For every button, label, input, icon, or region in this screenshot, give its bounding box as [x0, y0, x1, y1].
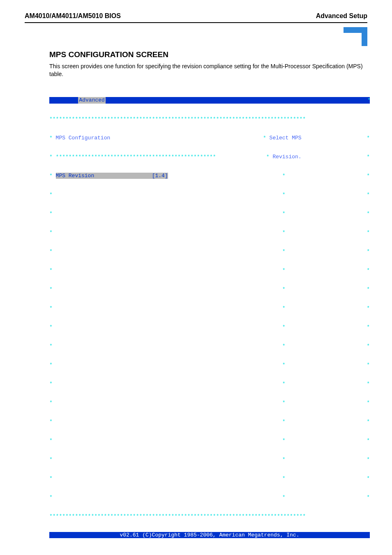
header-left: AM4010/AM4011/AM5010 BIOS [25, 12, 121, 20]
bios-border-bottom: ****************************************… [49, 513, 370, 519]
bios-key-general-help-key: F1 [288, 419, 295, 425]
bios-key-exit-key: ESC [288, 456, 298, 462]
bios-item-mps-revision-value[interactable]: [1.4] [152, 173, 168, 179]
bios-screenshot: Advanced * *****************************… [49, 85, 370, 551]
bios-key-select-item-key: ** [288, 381, 295, 387]
bios-key-select-item: Select Item [304, 381, 340, 387]
bios-key-general-help: General Help [304, 419, 343, 425]
header-right: Advanced Setup [316, 12, 367, 20]
bios-tab-left-pad [49, 97, 78, 103]
svg-rect-0 [344, 27, 362, 33]
bios-panel-title: MPS Configuration [56, 135, 111, 141]
bios-key-save-exit-key: F10 [288, 437, 298, 444]
bios-help-line-1: Revision. [272, 154, 301, 160]
bios-help-line-0: Select MPS [270, 135, 302, 141]
corner-logo-icon [25, 27, 367, 46]
bios-tab-end: * [367, 97, 370, 103]
bios-key-exit: Exit [304, 456, 317, 462]
bios-copyright: v02.61 (C)Copyright 1985-2006, American … [49, 532, 370, 538]
section-title: MPS CONFIGURATION SCREEN [49, 50, 367, 59]
bios-tab-bar: Advanced * [49, 97, 370, 103]
bios-key-save-exit: Save and Exit [304, 437, 346, 444]
section-intro: This screen provides one function for sp… [49, 62, 367, 78]
bios-tab-advanced[interactable]: Advanced [78, 97, 105, 103]
bios-key-select-screen: Select Screen [304, 362, 346, 368]
bios-key-change-option: Change Option [304, 400, 346, 406]
bios-border-top: ****************************************… [49, 116, 370, 122]
bios-tab-fill [106, 97, 367, 103]
bios-item-mps-revision[interactable]: MPS Revision [56, 173, 152, 179]
header-rule [25, 22, 367, 23]
page-header: AM4010/AM4011/AM5010 BIOS Advanced Setup [25, 12, 367, 20]
bios-key-change-option-key: +- [288, 400, 295, 406]
svg-rect-1 [362, 27, 367, 46]
